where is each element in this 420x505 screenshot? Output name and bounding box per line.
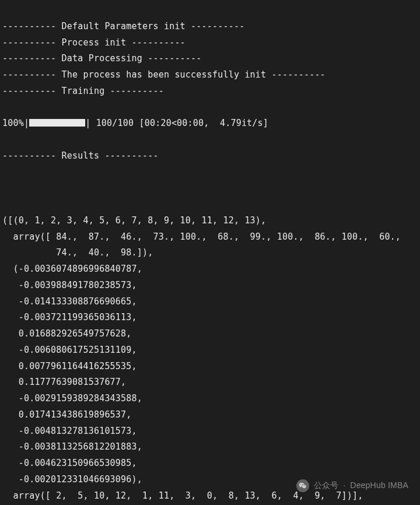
result-coef: 0.0077961164416255535, xyxy=(2,361,137,371)
result-coef: -0.004623150966530985, xyxy=(2,458,137,468)
log-line: ---------- The process has been successf… xyxy=(2,69,326,80)
result-coef: -0.002012331046693096), xyxy=(2,474,142,485)
progress-timing: [00:20<00:00, 4.79it/s] xyxy=(139,118,269,128)
result-coef: -0.0029159389284343588, xyxy=(2,393,142,404)
result-coef: -0.006080617525131109, xyxy=(2,345,137,355)
results-header: ---------- Results ---------- xyxy=(2,150,159,161)
log-line: ---------- Process init ---------- xyxy=(2,37,186,48)
result-indices: ([(0, 1, 2, 3, 4, 5, 6, 7, 8, 9, 10, 11,… xyxy=(2,215,266,226)
result-coef: -0.014133308876690665, xyxy=(2,296,137,307)
result-coef: (-0.0036074896996840787, xyxy=(2,264,142,274)
log-line: ---------- Data Processing ---------- xyxy=(2,53,202,64)
result-array1: array([ 84., 87., 46., 73., 100., 68., 9… xyxy=(2,232,401,242)
progress-percent: 100% xyxy=(2,118,24,128)
result-array2: array([ 2, 5, 10, 12, 1, 11, 3, 0, 8, 13… xyxy=(2,490,363,501)
progress-counter: 100/100 xyxy=(96,118,134,128)
result-coef: -0.0038113256812201883, xyxy=(2,441,142,452)
log-line: ---------- Training ---------- xyxy=(2,86,164,96)
terminal-output: ---------- Default Parameters init -----… xyxy=(0,0,420,505)
result-coef: -0.004813278136101573, xyxy=(2,426,137,436)
result-coef: -0.003721199365036113, xyxy=(2,312,137,322)
result-coef: 0.017413438619896537, xyxy=(2,409,132,420)
result-array1: 74., 40., 98.]), xyxy=(2,247,153,258)
result-coef: -0.003988491780238573, xyxy=(2,280,137,290)
progress-bar xyxy=(29,119,85,127)
result-coef: 0.016882926549757628, xyxy=(2,328,132,339)
log-line: ---------- Default Parameters init -----… xyxy=(2,21,244,31)
result-coef: 0.11777639081537677, xyxy=(2,377,126,387)
